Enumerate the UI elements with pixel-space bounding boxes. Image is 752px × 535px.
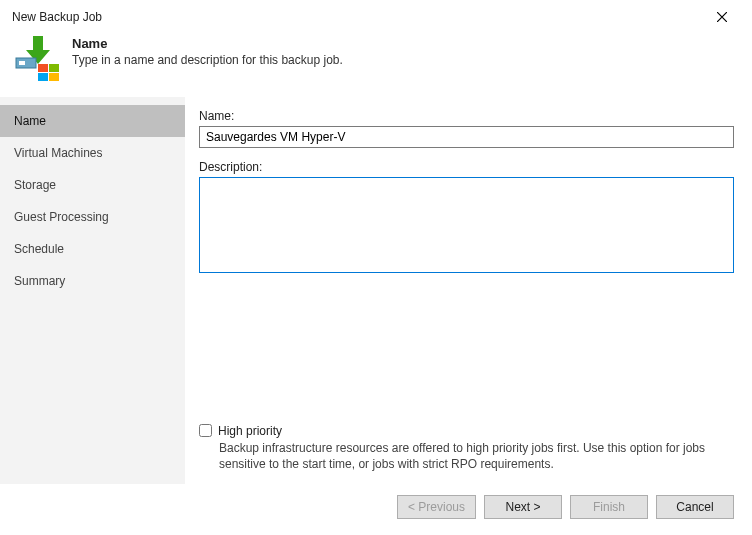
sidebar-item-virtual-machines[interactable]: Virtual Machines bbox=[0, 137, 185, 169]
window-title: New Backup Job bbox=[12, 10, 102, 24]
high-priority-checkbox[interactable] bbox=[199, 424, 212, 437]
page-title: Name bbox=[72, 36, 343, 51]
wizard-steps-sidebar: Name Virtual Machines Storage Guest Proc… bbox=[0, 97, 185, 484]
titlebar: New Backup Job bbox=[0, 0, 752, 28]
description-field-label: Description: bbox=[199, 160, 734, 174]
wizard-footer: < Previous Next > Finish Cancel bbox=[0, 484, 752, 531]
sidebar-item-schedule[interactable]: Schedule bbox=[0, 233, 185, 265]
cancel-button[interactable]: Cancel bbox=[656, 495, 734, 519]
wizard-content: Name: Description: High priority Backup … bbox=[185, 97, 752, 484]
svg-rect-5 bbox=[49, 73, 59, 81]
svg-rect-3 bbox=[49, 64, 59, 72]
name-input[interactable] bbox=[199, 126, 734, 148]
previous-button[interactable]: < Previous bbox=[397, 495, 476, 519]
close-button[interactable] bbox=[702, 4, 742, 30]
sidebar-item-name[interactable]: Name bbox=[0, 105, 185, 137]
wizard-header-text: Name Type in a name and description for … bbox=[72, 34, 343, 67]
finish-button[interactable]: Finish bbox=[570, 495, 648, 519]
backup-job-icon bbox=[14, 34, 62, 82]
sidebar-item-summary[interactable]: Summary bbox=[0, 265, 185, 297]
svg-rect-4 bbox=[38, 73, 48, 81]
page-subtitle: Type in a name and description for this … bbox=[72, 53, 343, 67]
next-button[interactable]: Next > bbox=[484, 495, 562, 519]
close-icon bbox=[717, 12, 727, 22]
high-priority-block: High priority Backup infrastructure reso… bbox=[199, 424, 734, 476]
wizard-header: Name Type in a name and description for … bbox=[0, 28, 752, 96]
high-priority-label: High priority bbox=[218, 424, 282, 438]
description-textarea[interactable] bbox=[199, 177, 734, 273]
sidebar-item-storage[interactable]: Storage bbox=[0, 169, 185, 201]
high-priority-checkbox-row[interactable]: High priority bbox=[199, 424, 734, 438]
svg-rect-2 bbox=[38, 64, 48, 72]
high-priority-hint: Backup infrastructure resources are offe… bbox=[219, 440, 734, 472]
name-field-label: Name: bbox=[199, 109, 734, 123]
svg-rect-1 bbox=[19, 61, 25, 65]
sidebar-item-guest-processing[interactable]: Guest Processing bbox=[0, 201, 185, 233]
